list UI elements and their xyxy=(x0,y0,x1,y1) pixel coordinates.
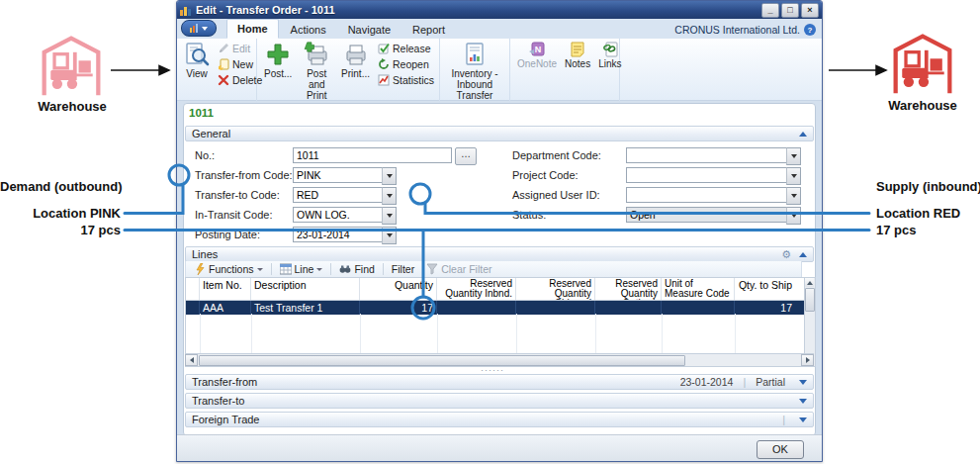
view-button[interactable]: View xyxy=(181,41,213,80)
column-header-reserved-qty-outbnd[interactable]: Reserved Quantity Outbnd. xyxy=(595,278,662,300)
binoculars-icon xyxy=(339,263,351,275)
posting-date-dropdown-button[interactable] xyxy=(382,227,397,244)
post-and-print-icon xyxy=(304,42,329,67)
close-button[interactable]: × xyxy=(801,3,819,18)
chevron-down-icon[interactable] xyxy=(799,399,807,404)
links-button[interactable]: Links xyxy=(595,41,624,70)
fasttab-general[interactable]: General xyxy=(185,126,814,141)
cell-quantity[interactable]: 17 xyxy=(360,301,437,315)
print-button[interactable]: Print... xyxy=(338,41,373,80)
no-assist-edit-button[interactable]: … xyxy=(455,147,477,165)
cell-reserved-shipped[interactable] xyxy=(516,301,595,315)
fasttab-lines-label: Lines xyxy=(192,248,218,260)
svg-text:N: N xyxy=(535,45,542,54)
project-code-label: Project Code: xyxy=(512,169,579,181)
ok-button[interactable]: OK xyxy=(757,440,804,459)
in-transit-code-field[interactable]: OWN LOG. xyxy=(293,207,384,223)
fasttab-transfer-from-label: Transfer-from xyxy=(192,376,257,388)
chevron-down-icon[interactable] xyxy=(799,418,807,422)
onenote-icon: N xyxy=(529,42,545,57)
department-code-field[interactable] xyxy=(626,147,788,163)
ribbon-tab-row: Home Actions Navigate Report CRONUS Inte… xyxy=(177,19,822,40)
maximize-button[interactable]: □ xyxy=(781,3,799,18)
column-header-reserved-qty-shipped[interactable]: Reserved Quantity Shipped xyxy=(516,278,595,300)
fasttab-foreign-trade[interactable]: Foreign Trade | xyxy=(185,412,814,427)
footer-bar: OK xyxy=(177,434,822,461)
clear-filter-button[interactable]: Clear Filter xyxy=(422,262,495,276)
transfer-to-code-field[interactable]: RED xyxy=(293,187,384,203)
column-header-uom-code[interactable]: Unit of Measure Code xyxy=(662,278,735,300)
department-code-label: Department Code: xyxy=(512,149,601,161)
assigned-user-id-field[interactable] xyxy=(626,187,788,203)
post-and-print-button[interactable]: Post and Print xyxy=(297,41,336,102)
column-header-item-no[interactable]: Item No. xyxy=(200,278,251,300)
post-button[interactable]: Post... xyxy=(261,41,295,80)
statistics-button[interactable]: Statistics xyxy=(376,72,436,87)
gear-icon[interactable]: ⚙ xyxy=(781,249,791,259)
status-dropdown-button[interactable] xyxy=(786,207,801,225)
tab-actions[interactable]: Actions xyxy=(281,21,336,39)
reopen-button[interactable]: Reopen xyxy=(376,56,436,71)
help-icon[interactable]: ? xyxy=(804,24,816,36)
ribbon: View Edit New xyxy=(177,39,822,101)
transfer-from-code-field[interactable]: PINK xyxy=(293,167,384,183)
page-caption: 1011 xyxy=(189,107,214,119)
table-row[interactable]: AAA Test Transfer 1 17 17 xyxy=(186,301,805,315)
find-button[interactable]: Find xyxy=(335,262,378,276)
fasttab-lines[interactable]: Lines ⚙ xyxy=(185,246,814,262)
minimize-button[interactable]: _ xyxy=(761,3,779,18)
in-transit-code-dropdown-button[interactable] xyxy=(382,207,397,225)
notes-button[interactable]: Notes xyxy=(562,41,593,70)
posting-date-field[interactable]: 23-01-2014 xyxy=(293,227,384,242)
cell-uom[interactable] xyxy=(662,301,735,315)
row-selector-cell[interactable] xyxy=(186,301,200,315)
assigned-user-id-label: Assigned User ID: xyxy=(512,189,600,201)
application-menu-button[interactable] xyxy=(181,20,217,37)
transfer-from-code-dropdown-button[interactable] xyxy=(382,167,397,185)
links-icon xyxy=(602,42,618,57)
tab-report[interactable]: Report xyxy=(402,21,455,39)
view-button-label: View xyxy=(186,68,208,79)
cell-item-no[interactable]: AAA xyxy=(200,301,251,315)
cell-reserved-inbnd[interactable] xyxy=(437,301,516,315)
horizontal-scroll-thumb[interactable] xyxy=(199,355,685,366)
chevron-down-icon xyxy=(387,174,393,178)
vertical-scroll-thumb[interactable] xyxy=(805,288,815,312)
chevron-down-icon xyxy=(791,154,797,158)
lightning-icon xyxy=(194,263,206,275)
edit-icon xyxy=(218,43,229,54)
cell-reserved-outbnd[interactable] xyxy=(595,301,662,315)
project-code-dropdown-button[interactable] xyxy=(786,167,801,185)
line-button[interactable]: Line xyxy=(276,262,327,276)
fasttab-transfer-to[interactable]: Transfer-to xyxy=(185,393,814,409)
transfer-to-code-dropdown-button[interactable] xyxy=(382,187,397,205)
chevron-up-icon[interactable] xyxy=(799,132,807,137)
inventory-inbound-transfer-button[interactable]: Inventory - Inbound Transfer xyxy=(444,41,505,102)
project-code-field[interactable] xyxy=(626,167,788,183)
chevron-down-icon[interactable] xyxy=(799,380,807,385)
filter-button[interactable]: Filter xyxy=(388,262,418,276)
chevron-down-icon xyxy=(387,233,393,237)
fasttab-transfer-from[interactable]: Transfer-from 23-01-2014 | Partial xyxy=(185,374,814,390)
tab-home[interactable]: Home xyxy=(226,19,279,39)
no-field[interactable]: 1011 xyxy=(293,147,452,163)
department-code-dropdown-button[interactable] xyxy=(786,147,801,165)
column-header-quantity[interactable]: Quantity xyxy=(360,278,437,300)
onenote-button[interactable]: N OneNote xyxy=(514,41,560,70)
scroll-up-button[interactable] xyxy=(805,278,814,287)
window-title: Edit - Transfer Order - 1011 xyxy=(196,4,335,16)
release-icon xyxy=(378,43,390,54)
functions-button[interactable]: Functions xyxy=(190,262,267,276)
cell-qty-to-ship[interactable]: 17 xyxy=(735,301,795,315)
cell-description[interactable]: Test Transfer 1 xyxy=(251,301,360,315)
release-button[interactable]: Release xyxy=(376,41,436,55)
transfer-order-window: Edit - Transfer Order - 1011 _ □ × Home … xyxy=(176,0,823,462)
tab-navigate[interactable]: Navigate xyxy=(338,21,401,39)
column-header-reserved-qty-inbnd[interactable]: Reserved Quantity Inbnd. xyxy=(437,278,516,300)
fasttab-transfer-to-label: Transfer-to xyxy=(192,395,244,407)
chevron-up-icon[interactable] xyxy=(799,252,807,257)
column-header-qty-to-ship[interactable]: Qty. to Ship xyxy=(735,278,795,300)
assigned-user-id-dropdown-button[interactable] xyxy=(786,187,801,205)
scroll-right-button[interactable] xyxy=(801,354,814,366)
column-header-description[interactable]: Description xyxy=(251,278,360,300)
